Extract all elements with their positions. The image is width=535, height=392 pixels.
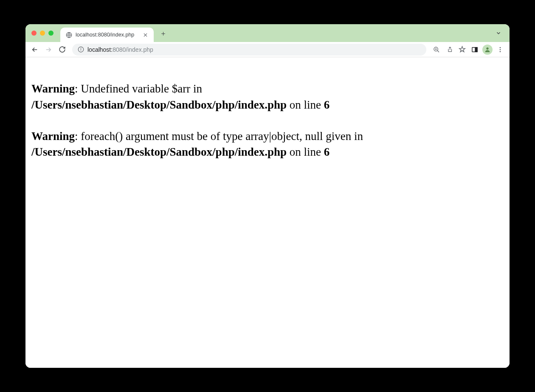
- site-info-icon[interactable]: [77, 46, 84, 53]
- new-tab-button[interactable]: [157, 28, 169, 39]
- zoom-icon[interactable]: [431, 44, 442, 56]
- svg-rect-5: [475, 47, 477, 52]
- warning-label: Warning: [31, 82, 75, 95]
- toolbar-actions: [431, 44, 506, 56]
- warning-on-line: on line: [287, 98, 324, 111]
- close-window-button[interactable]: [31, 31, 37, 36]
- svg-point-8: [500, 49, 501, 50]
- warning-file: /Users/nsebhastian/Desktop/Sandbox/php/i…: [31, 98, 287, 111]
- tab-bar: localhost:8080/index.php: [25, 24, 510, 42]
- warning-on-line: on line: [287, 146, 324, 158]
- url-host: localhost:: [87, 46, 113, 53]
- php-warning: Warning: foreach() argument must be of t…: [31, 129, 504, 161]
- browser-window: localhost:8080/index.php localhost:80: [25, 24, 510, 368]
- toolbar: localhost:8080/index.php: [25, 42, 510, 57]
- svg-point-6: [486, 47, 488, 49]
- warning-line-number: 6: [324, 98, 330, 111]
- warning-line-number: 6: [324, 146, 330, 158]
- svg-point-2: [81, 48, 81, 49]
- warning-message: : Undefined variable $arr in: [75, 82, 202, 95]
- svg-point-7: [500, 47, 501, 48]
- side-panel-icon[interactable]: [469, 44, 481, 56]
- warning-message: : foreach() argument must be of type arr…: [75, 130, 363, 143]
- url-path: 8080/index.php: [113, 46, 153, 53]
- minimize-window-button[interactable]: [40, 31, 45, 36]
- profile-avatar[interactable]: [482, 45, 493, 55]
- maximize-window-button[interactable]: [48, 31, 54, 36]
- reload-button[interactable]: [56, 44, 68, 56]
- url-text: localhost:8080/index.php: [87, 46, 153, 53]
- share-icon[interactable]: [443, 44, 455, 56]
- browser-tab[interactable]: localhost:8080/index.php: [60, 28, 154, 42]
- warning-file: /Users/nsebhastian/Desktop/Sandbox/php/i…: [31, 146, 287, 158]
- window-controls: [31, 31, 54, 36]
- page-content: Warning: Undefined variable $arr in /Use…: [25, 57, 510, 368]
- bookmark-icon[interactable]: [456, 44, 468, 56]
- globe-icon: [65, 31, 72, 38]
- forward-button[interactable]: [42, 44, 54, 56]
- tabs-dropdown-button[interactable]: [493, 28, 504, 38]
- tab-title: localhost:8080/index.php: [76, 32, 138, 38]
- menu-icon[interactable]: [494, 44, 506, 56]
- close-tab-button[interactable]: [142, 31, 149, 38]
- address-bar[interactable]: localhost:8080/index.php: [72, 44, 426, 56]
- svg-point-9: [500, 51, 501, 52]
- back-button[interactable]: [29, 44, 41, 56]
- warning-label: Warning: [31, 130, 75, 143]
- php-warning: Warning: Undefined variable $arr in /Use…: [31, 81, 504, 113]
